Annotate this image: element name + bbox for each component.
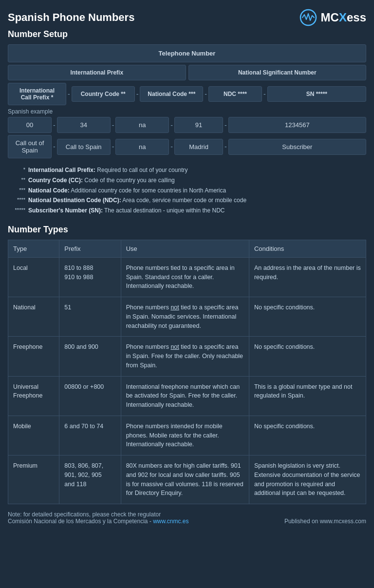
sep1: - — [66, 90, 72, 98]
footer-left: Note: for detailed specifications, pleas… — [8, 511, 189, 525]
example-labels-row: Call out of Spain - Call to Spain - na -… — [8, 135, 366, 158]
label-sep2: - — [111, 143, 116, 151]
label-ndc: Madrid — [174, 139, 223, 155]
sep3: - — [203, 90, 208, 98]
use-cell: Phone numbers tied to a specific area in… — [121, 257, 249, 297]
note-stars: ***** — [8, 207, 25, 215]
note-stars: **** — [8, 196, 25, 205]
type-cell: National — [8, 297, 59, 337]
table-header-cell: Conditions — [249, 240, 366, 257]
ndc-cell-wrap: NDC **** — [208, 86, 262, 102]
type-cell: Premium — [8, 455, 59, 504]
sn-cell-wrap: SN ***** — [267, 86, 366, 102]
prefix-cell: 810 to 888910 to 988 — [59, 257, 121, 297]
nc-cell-wrap: National Code *** — [140, 86, 203, 102]
page: Spanish Phone Numbers MCXess Number Setu… — [0, 0, 374, 532]
icp-cell-wrap: InternationalCall Prefix * — [8, 83, 66, 105]
header: Spanish Phone Numbers MCXess — [8, 9, 366, 26]
conditions-cell: Spanish legislation is very strict. Exte… — [249, 455, 366, 504]
table-row: National51Phone numbers not tied to a sp… — [8, 297, 366, 337]
label-sep1: - — [52, 143, 57, 151]
conditions-cell: No specific conditions. — [249, 297, 366, 337]
logo-ess: ess — [347, 11, 366, 24]
prefix-cell: 6 and 70 to 74 — [59, 416, 121, 455]
type-cell: Universal Freephone — [8, 376, 59, 416]
note-stars: * — [8, 166, 25, 174]
prefix-cell: 51 — [59, 297, 121, 337]
logo-x: X — [339, 11, 347, 24]
ndc-box: NDC **** — [208, 86, 262, 102]
prefix-cell: 00800 or +800 — [59, 376, 121, 416]
label-sep3: - — [169, 143, 174, 151]
logo-icon — [299, 9, 317, 26]
note-stars: *** — [8, 187, 25, 195]
logo-mc: MC — [321, 11, 339, 24]
type-cell: Local — [8, 257, 59, 297]
prefix-nsn-row: International Prefix National Significan… — [8, 65, 366, 80]
notes-section: *International Call Prefix: Required to … — [8, 166, 366, 215]
use-cell: 80X numbers are for high caller tariffs.… — [121, 455, 249, 504]
note-text: Country Code (CC): Code of the country y… — [28, 176, 366, 185]
prefix-cell: 800 and 900 — [59, 337, 121, 376]
note-text: National Destination Code (NDC): Area co… — [28, 196, 366, 205]
number-types-title: Number Types — [8, 225, 366, 235]
footer-regulator-name: Comisión Nacional de los Mercados y la C… — [8, 518, 153, 525]
table-header-cell: Type — [8, 240, 59, 257]
footer-regulator: Comisión Nacional de los Mercados y la C… — [8, 518, 189, 525]
note-text: National Code: Additional country code f… — [28, 187, 366, 195]
components-row: InternationalCall Prefix * - Country Cod… — [8, 83, 366, 105]
ex-ndc-value: 91 — [174, 117, 223, 133]
table-row: Freephone800 and 900Phone numbers not ti… — [8, 337, 366, 376]
label-cc: Call to Spain — [57, 139, 111, 155]
footer-note: Note: for detailed specifications, pleas… — [8, 511, 189, 518]
type-cell: Freephone — [8, 337, 59, 376]
note-item: ****National Destination Code (NDC): Are… — [8, 196, 366, 205]
ex-sn-value: 1234567 — [228, 117, 366, 133]
telephone-number-box: Telephone Number — [8, 44, 366, 62]
ex-sep2: - — [111, 121, 116, 129]
table-row: Universal Freephone00800 or +800Internat… — [8, 376, 366, 416]
number-types-table: TypePrefixUseConditions Local810 to 8889… — [8, 240, 366, 504]
ex-cc-value: 34 — [57, 117, 111, 133]
example-label: Spanish example — [8, 108, 366, 115]
prefix-cell: 803, 806, 807,901, 902, 905and 118 — [59, 455, 121, 504]
table-row: Local810 to 888910 to 988Phone numbers t… — [8, 257, 366, 297]
use-cell: Phone numbers intended for mobile phones… — [121, 416, 249, 455]
use-cell: Phone numbers not tied to a specific are… — [121, 337, 249, 376]
conditions-cell: An address in the area of the number is … — [249, 257, 366, 297]
number-setup-title: Number Setup — [8, 29, 366, 39]
sep4: - — [262, 90, 267, 98]
note-stars: ** — [8, 176, 25, 185]
telephone-row: Telephone Number — [8, 44, 366, 62]
number-types-section: Number Types TypePrefixUseConditions Loc… — [8, 225, 366, 504]
logo-text: MCXess — [321, 11, 366, 24]
table-header-row: TypePrefixUseConditions — [8, 240, 366, 257]
international-prefix-box: International Prefix — [8, 65, 186, 80]
ex-sep4: - — [223, 121, 228, 129]
note-item: **Country Code (CC): Code of the country… — [8, 176, 366, 185]
conditions-cell: No specific conditions. — [249, 416, 366, 455]
national-significant-number-box: National Significant Number — [188, 65, 367, 80]
cc-cell-wrap: Country Code ** — [72, 86, 135, 102]
footer-regulator-link[interactable]: www.cnmc.es — [153, 518, 188, 525]
footer-published: Published on www.mcxess.com — [284, 518, 366, 525]
number-setup-section: Number Setup Telephone Number Internatio… — [8, 29, 366, 158]
ex-sep1: - — [52, 121, 57, 129]
example-values-row: 00 - 34 - na - 91 - 1234567 — [8, 117, 366, 133]
note-item: *****Subscriber's Number (SN): The actua… — [8, 207, 366, 215]
use-cell: Phone numbers not tied to a specific are… — [121, 297, 249, 337]
note-text: International Call Prefix: Required to c… — [28, 166, 366, 174]
table-header-cell: Use — [121, 240, 249, 257]
table-row: Mobile6 and 70 to 74Phone numbers intend… — [8, 416, 366, 455]
note-text: Subscriber's Number (SN): The actual des… — [28, 207, 366, 215]
type-cell: Mobile — [8, 416, 59, 455]
footer: Note: for detailed specifications, pleas… — [8, 511, 366, 525]
ex-icp-value: 00 — [8, 117, 52, 133]
label-sn: Subscriber — [228, 139, 366, 155]
sep2: - — [135, 90, 140, 98]
sn-box: SN ***** — [267, 86, 366, 102]
icp-box: InternationalCall Prefix * — [8, 83, 66, 105]
table-header-cell: Prefix — [59, 240, 121, 257]
nc-box: National Code *** — [140, 86, 203, 102]
note-item: ***National Code: Additional country cod… — [8, 187, 366, 195]
